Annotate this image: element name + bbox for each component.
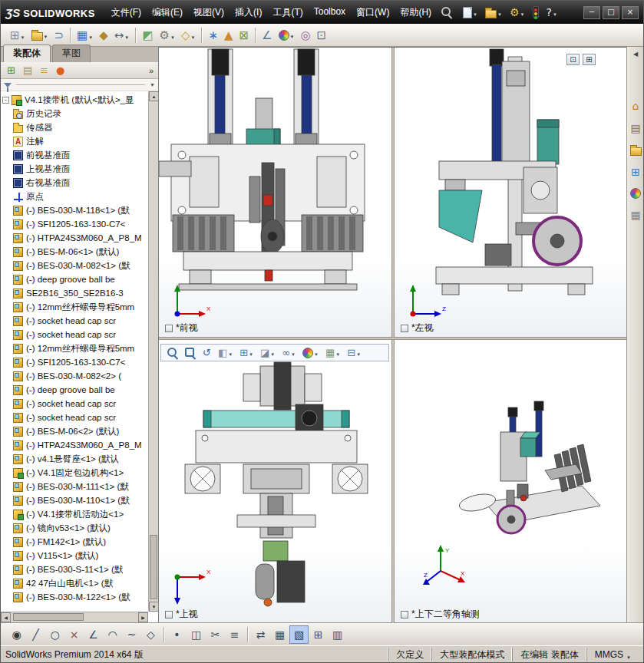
menu-item[interactable]: 帮助(H): [395, 2, 437, 23]
circle-button[interactable]: ○: [45, 625, 64, 644]
linear-component-pattern-button[interactable]: ▦ ▼: [74, 27, 96, 44]
help-button[interactable]: ? ▼: [543, 4, 560, 21]
tree-item[interactable]: 上视基准面: [1, 162, 148, 176]
tree-item[interactable]: (-) BES-030-M-082<2> (: [1, 369, 148, 383]
open-document-button[interactable]: ▼: [482, 5, 505, 21]
performance-lights-button[interactable]: [530, 4, 542, 21]
tree-item[interactable]: 42 47白山电机<1> (默: [1, 576, 148, 590]
featuremanager-tree-button[interactable]: ⊞: [4, 62, 18, 79]
menu-item[interactable]: 编辑(E): [147, 2, 188, 23]
tree-item[interactable]: (-) HTPA24S3M060_A_P8_M: [1, 438, 148, 452]
tree-item[interactable]: 右视基准面: [1, 176, 148, 190]
edit-appearance-button[interactable]: ▼: [299, 345, 322, 361]
scroll-down-icon[interactable]: ▼: [149, 602, 159, 612]
convert-entities-button[interactable]: ⇄: [251, 625, 270, 644]
view-palette-button[interactable]: ⊞: [629, 164, 642, 180]
insert-components-button[interactable]: ⊞ ▼: [7, 27, 28, 44]
tree-item[interactable]: (-) BES-M-06<1> (默认): [1, 245, 148, 259]
table-button[interactable]: ▥: [328, 625, 347, 644]
zoom-to-area-button[interactable]: [182, 345, 199, 361]
tree-item[interactable]: (-) BES-030-M-118<1> (默: [1, 203, 148, 217]
tree-item[interactable]: 前视基准面: [1, 148, 148, 162]
tree-item[interactable]: SE2B16_350_SE2B16-3: [1, 286, 148, 300]
tree-item[interactable]: (-) deep groove ball be: [1, 383, 148, 397]
propertymanager-button[interactable]: ▤: [20, 62, 35, 79]
appearances-button[interactable]: ▼: [276, 28, 298, 43]
view-settings-button[interactable]: ⊟ ▼: [344, 345, 364, 361]
shaded-view-button[interactable]: ▧: [289, 625, 309, 644]
interference-detection-button[interactable]: ⊠: [236, 27, 253, 44]
viewport-four-button[interactable]: ⊞: [583, 54, 596, 65]
mate-button[interactable]: ⊃: [51, 27, 67, 44]
spline-button[interactable]: ~: [122, 625, 141, 644]
tree-item[interactable]: (-) socket head cap scr: [1, 314, 148, 328]
tree-item[interactable]: (-) deep groove ball be: [1, 272, 148, 286]
reference-geometry-button[interactable]: ◇ ▼: [178, 27, 199, 44]
file-explorer-button[interactable]: [629, 143, 643, 157]
apply-scene-button[interactable]: ▦ ▼: [322, 345, 343, 361]
tree-item[interactable]: (-) socket head cap scr: [1, 328, 148, 341]
dimxpertmanager-button[interactable]: ●: [53, 62, 68, 79]
tree-item[interactable]: (-) socket head cap scr: [1, 411, 148, 424]
menu-item[interactable]: Toolbox: [309, 2, 351, 23]
tab[interactable]: 装配体: [3, 45, 51, 62]
trim-entities-button[interactable]: ✂: [206, 625, 225, 644]
options-button[interactable]: ⚙ ▼: [507, 4, 528, 21]
tree-item[interactable]: - V4.1接带机 (默认<默认>_显: [1, 93, 148, 107]
offset-entities-button[interactable]: ≡: [225, 625, 244, 644]
scroll-left-icon[interactable]: ◀: [1, 612, 11, 622]
section-view-button[interactable]: ◧ ▼: [215, 345, 236, 361]
configurationmanager-button[interactable]: ≡: [37, 62, 51, 79]
move-component-button[interactable]: ↔ ▼: [111, 27, 133, 44]
new-motion-study-button[interactable]: ∗: [205, 27, 221, 44]
tree-item[interactable]: (-) BES-030-M-111<1> (默: [1, 480, 148, 493]
filter-input[interactable]: [16, 84, 145, 85]
scroll-up-icon[interactable]: ▲: [149, 91, 159, 101]
viewport-isometric[interactable]: Y X Z *上下二等角轴测: [395, 340, 626, 623]
viewport-single-button[interactable]: ⊡: [566, 54, 580, 65]
vertical-scroll-thumb[interactable]: [150, 535, 157, 599]
horizontal-splitter[interactable]: [159, 337, 626, 340]
tree-item[interactable]: (-) V4.1固定包边机构<1>: [1, 466, 148, 480]
tree-item[interactable]: 传感器: [1, 120, 148, 134]
expander-icon[interactable]: -: [2, 97, 9, 104]
panel-expand-chevron[interactable]: »: [149, 66, 155, 75]
tree-item[interactable]: (-) BES-030-M-082<1> (默: [1, 259, 148, 272]
tree-item[interactable]: (-) 镜向v53<1> (默认): [1, 521, 148, 535]
vertical-splitter[interactable]: [391, 48, 395, 623]
design-library-button[interactable]: ▤: [629, 120, 642, 136]
tree-item[interactable]: (-) V115<1> (默认): [1, 549, 148, 562]
isolate-button[interactable]: ◎: [297, 27, 313, 44]
previous-view-button[interactable]: ↺: [200, 345, 214, 361]
angle-button[interactable]: ∠: [84, 625, 103, 644]
task-pane-collapse-icon[interactable]: ◀: [627, 47, 644, 61]
view-orientation-button[interactable]: ⊞ ▼: [236, 345, 256, 361]
appearances-scenes-button[interactable]: [629, 186, 642, 200]
tree-item[interactable]: (-) SFI1205-163-130-C7<: [1, 217, 148, 231]
tree-horizontal-scrollbar[interactable]: ◀ ▶: [1, 612, 148, 622]
solidworks-resources-button[interactable]: ⌂: [631, 98, 641, 114]
horizontal-scroll-thumb[interactable]: [13, 613, 84, 621]
scroll-right-icon[interactable]: ▶: [138, 612, 148, 622]
tree-item[interactable]: (-) V4.1接带机活动边<1>: [1, 507, 148, 521]
tree-item[interactable]: (-) FM142<1> (默认): [1, 535, 148, 549]
status-segment[interactable]: 欠定义: [388, 648, 431, 661]
viewport-top[interactable]: X *上视: [159, 340, 391, 623]
tree-filter-bar[interactable]: ▼: [1, 79, 158, 91]
tree-item[interactable]: (-) 12mm丝杆螺母导程5mm: [1, 341, 148, 355]
new-document-button[interactable]: ▼: [460, 5, 481, 21]
large-assembly-mode-button[interactable]: ⊡: [314, 27, 330, 44]
maximize-button[interactable]: □: [603, 6, 619, 19]
tree-item[interactable]: (-) BES-M-06<2> (默认): [1, 424, 148, 438]
four-view-button[interactable]: ⊞: [309, 625, 328, 644]
zoom-to-fit-button[interactable]: [164, 345, 181, 361]
tree-item[interactable]: (-) 12mm丝杆螺母导程5mm: [1, 300, 148, 314]
tree-item[interactable]: 原点: [1, 190, 148, 203]
search-icon[interactable]: [441, 7, 452, 18]
assembly-features-button[interactable]: ⚙ ▼: [156, 27, 177, 44]
polygon-button[interactable]: ◇: [141, 625, 160, 644]
status-segment[interactable]: MMGS ▼: [586, 648, 639, 661]
display-style-button[interactable]: ◪ ▼: [257, 345, 278, 361]
close-button[interactable]: ×: [622, 6, 639, 19]
tree-item[interactable]: (-) SFI1205-163-130-C7<: [1, 355, 148, 369]
